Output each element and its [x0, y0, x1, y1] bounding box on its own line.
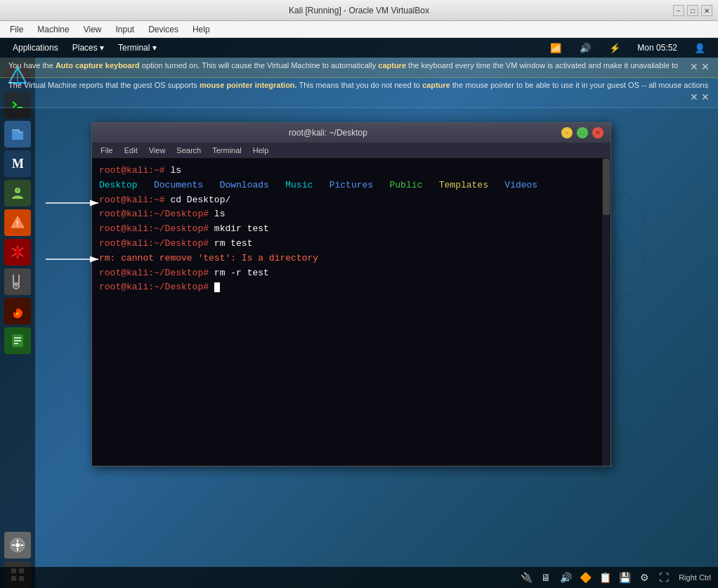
terminal-titlebar: root@kali: ~/Desktop − □ ✕: [92, 123, 611, 143]
terminal-line-1: root@kali:~# ls: [99, 164, 603, 178]
term-menu-terminal[interactable]: Terminal: [208, 143, 246, 158]
svg-line-14: [19, 254, 23, 256]
taskbar-display-icon[interactable]: 🖥: [538, 570, 554, 585]
notification-autocapture: You have the Auto capture keyboard optio…: [0, 58, 718, 78]
terminal-minimize-button[interactable]: −: [561, 127, 573, 138]
sidebar-files[interactable]: [4, 121, 31, 148]
vbox-menubar: File Machine View Input Devices Help: [0, 21, 718, 38]
sidebar-spider[interactable]: [4, 239, 31, 266]
notif-bold-1: Auto capture keyboard: [56, 61, 140, 70]
svg-text:M: M: [12, 157, 24, 171]
svg-point-10: [14, 249, 21, 256]
svg-point-27: [15, 543, 20, 547]
svg-line-11: [12, 248, 16, 251]
sound-icon[interactable]: 🔊: [573, 43, 598, 53]
vbox-close-button[interactable]: ✕: [701, 5, 712, 16]
terminal-scrollbar-track[interactable]: [602, 158, 611, 466]
sidebar-tools[interactable]: [4, 268, 31, 295]
terminal-line-5: root@kali:~/Desktop# mkdir test: [99, 222, 603, 237]
taskbar-right-ctrl-label: Right Ctrl: [679, 573, 711, 582]
kali-desktop: Applications Places ▾ Terminal ▾ 📶 🔊 ⚡ M…: [0, 38, 718, 588]
burpsuite-icon: !: [9, 214, 26, 231]
term-menu-search[interactable]: Search: [172, 143, 205, 158]
sidebar-tweaktool[interactable]: Tweak Tool: [4, 532, 31, 558]
terminal-body[interactable]: root@kali:~# ls Desktop Documents Downlo…: [92, 158, 611, 466]
terminal-line-7-error: rm: cannot remove 'test': Is a directory: [99, 251, 603, 266]
term-menu-view[interactable]: View: [145, 143, 170, 158]
flame-icon: [9, 303, 26, 320]
svg-marker-8: [11, 216, 24, 228]
kali-terminal-menu[interactable]: Terminal ▾: [111, 38, 164, 58]
terminal-line-8: root@kali:~/Desktop# rm -r test: [99, 266, 603, 281]
person-icon: ♀: [9, 185, 26, 202]
svg-text:♀: ♀: [15, 187, 20, 193]
svg-line-13: [12, 254, 16, 256]
network-icon[interactable]: 📶: [543, 43, 568, 53]
vbox-menu-machine[interactable]: Machine: [30, 21, 76, 37]
vbox-title: Kali [Running] - Oracle VM VirtualBox: [6, 6, 712, 15]
svg-line-12: [19, 248, 23, 251]
terminal-line-2: Desktop Documents Downloads Music Pictur…: [99, 178, 603, 193]
kali-sidebar: M ♀ !: [0, 58, 35, 588]
taskbar-settings-icon[interactable]: ⚙: [637, 570, 652, 585]
svg-point-17: [13, 283, 19, 289]
clock: Mon 05:52: [632, 43, 683, 53]
kali-topbar: Applications Places ▾ Terminal ▾ 📶 🔊 ⚡ M…: [0, 38, 718, 58]
tweaktool-icon: [9, 537, 26, 554]
terminal-maximize-button[interactable]: □: [577, 127, 588, 138]
vbox-menu-file[interactable]: File: [3, 21, 30, 37]
power-icon[interactable]: ⚡: [602, 43, 627, 53]
sidebar-person[interactable]: ♀: [4, 180, 31, 207]
terminal-close-button[interactable]: ✕: [592, 127, 603, 138]
taskbar-network-icon[interactable]: 🔌: [518, 570, 534, 585]
notif-bold-2: capture: [378, 61, 406, 70]
svg-rect-18: [12, 334, 23, 347]
spider-icon: [9, 244, 26, 261]
sidebar-notes[interactable]: [4, 327, 31, 354]
terminal-line-6: root@kali:~/Desktop# rm test: [99, 237, 603, 251]
vbox-menu-devices[interactable]: Devices: [141, 21, 185, 37]
vbox-maximize-button[interactable]: □: [687, 5, 698, 16]
terminal-cursor: [214, 282, 220, 292]
term-menu-file[interactable]: File: [96, 143, 117, 158]
files-icon: [9, 126, 26, 143]
tools-icon: [9, 273, 26, 290]
sidebar-mail[interactable]: M: [4, 150, 31, 177]
taskbar-hdd-icon[interactable]: 💾: [617, 570, 632, 585]
taskbar-usb-icon[interactable]: 🔶: [577, 570, 593, 585]
sidebar-flame[interactable]: [4, 298, 31, 325]
svg-point-22: [11, 538, 25, 552]
vbox-menu-help[interactable]: Help: [185, 21, 217, 37]
term-menu-help[interactable]: Help: [249, 143, 273, 158]
kali-places-menu[interactable]: Places ▾: [65, 38, 111, 58]
notification-close-1[interactable]: ✕ ✕: [690, 60, 710, 74]
vbox-menu-view[interactable]: View: [77, 21, 109, 37]
mail-icon: M: [9, 155, 26, 172]
notif-bold-3: mouse pointer integration.: [200, 81, 297, 89]
notif-bold-4: capture: [422, 81, 450, 89]
svg-text:!: !: [16, 220, 18, 228]
taskbar-share-icon[interactable]: 📋: [597, 570, 613, 585]
terminal-title: root@kali: ~/Desktop: [99, 128, 557, 138]
notification-close-2[interactable]: ✕ ✕: [690, 91, 710, 105]
notification-mouse-integration: The Virtual Machine reports that the gue…: [0, 77, 718, 108]
term-menu-edit[interactable]: Edit: [120, 143, 142, 158]
taskbar-sound-icon[interactable]: 🔊: [558, 570, 573, 585]
vbox-titlebar: Kali [Running] - Oracle VM VirtualBox − …: [0, 0, 718, 21]
svg-point-6: [15, 188, 20, 193]
notes-icon: [9, 332, 26, 349]
terminal-menubar: File Edit View Search Terminal Help: [92, 143, 611, 158]
terminal-window: root@kali: ~/Desktop − □ ✕ File Edit Vie…: [91, 122, 611, 466]
terminal-scrollbar-thumb[interactable]: [603, 159, 610, 215]
kali-applications-menu[interactable]: Applications: [6, 38, 65, 58]
terminal-line-3: root@kali:~# cd Desktop/: [99, 193, 603, 208]
sidebar-burpsuite[interactable]: !: [4, 209, 31, 236]
taskbar-fullscreen-icon[interactable]: ⛶: [656, 570, 672, 585]
kali-taskbar-bottom: 🔌 🖥 🔊 🔶 📋 💾 ⚙ ⛶ Right Ctrl: [0, 567, 718, 588]
terminal-line-4: root@kali:~/Desktop# ls: [99, 207, 603, 222]
terminal-line-9-cursor: root@kali:~/Desktop#: [99, 280, 603, 295]
vbox-minimize-button[interactable]: −: [673, 5, 684, 16]
user-menu[interactable]: 👤: [687, 43, 712, 53]
vbox-menu-input[interactable]: Input: [109, 21, 142, 37]
